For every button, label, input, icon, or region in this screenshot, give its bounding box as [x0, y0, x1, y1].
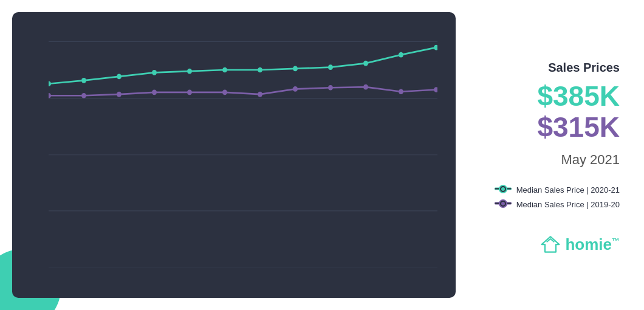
chart-area: $385 $315 400 300 200 100 0 Jun Jul Aug … — [49, 30, 437, 267]
dot-purple-7 — [293, 86, 298, 92]
svg-point-7 — [501, 187, 505, 191]
homie-tm: ™ — [612, 236, 620, 246]
dot-purple-4 — [187, 90, 192, 95]
homie-logo-icon — [540, 233, 561, 255]
chart-svg: $385 $315 400 300 200 100 0 Jun Jul Aug … — [49, 30, 437, 267]
legend-text-purple: Median Sales Price | 2019-20 — [516, 200, 620, 209]
teal-line — [49, 47, 436, 84]
dot-teal-0 — [49, 81, 51, 86]
right-panel: Sales Prices $385K $315K May 2021 Median… — [456, 0, 644, 310]
price-teal: $385K — [537, 81, 620, 112]
dot-teal-2 — [117, 74, 122, 80]
dot-purple-11 — [434, 87, 437, 92]
dot-teal-10 — [399, 52, 403, 58]
dot-purple-5 — [222, 90, 227, 95]
dot-teal-5 — [222, 67, 227, 73]
legend: Median Sales Price | 2020-21 Median Sale… — [495, 185, 620, 209]
dot-teal-1 — [81, 78, 86, 83]
legend-item-purple: Median Sales Price | 2019-20 — [495, 199, 620, 209]
legend-icon-purple — [495, 199, 512, 209]
homie-text: homie — [565, 235, 612, 253]
dot-purple-10 — [399, 89, 403, 94]
dot-purple-8 — [328, 85, 333, 91]
dot-purple-3 — [152, 90, 157, 95]
dot-purple-9 — [363, 84, 368, 90]
page-container: $385 $315 400 300 200 100 0 Jun Jul Aug … — [0, 0, 644, 310]
dot-teal-4 — [187, 69, 192, 74]
legend-icon-teal — [495, 185, 512, 195]
legend-item-teal: Median Sales Price | 2020-21 — [495, 185, 620, 195]
purple-line — [49, 87, 436, 95]
homie-wordmark: homie™ — [565, 235, 620, 254]
dot-purple-6 — [258, 92, 262, 97]
chart-title: Sales Prices — [548, 61, 620, 75]
dot-teal-7 — [293, 66, 298, 72]
chart-panel: $385 $315 400 300 200 100 0 Jun Jul Aug … — [12, 12, 456, 298]
legend-text-teal: Median Sales Price | 2020-21 — [516, 185, 620, 195]
dot-teal-9 — [363, 61, 368, 66]
dot-teal-3 — [152, 70, 157, 75]
svg-point-10 — [501, 202, 505, 205]
homie-logo: homie™ — [540, 233, 620, 255]
dot-teal-8 — [328, 64, 333, 70]
month-label: May 2021 — [561, 152, 620, 168]
dot-teal-11 — [434, 45, 437, 50]
dot-teal-6 — [258, 67, 262, 73]
price-purple: $315K — [537, 112, 620, 143]
dot-purple-0 — [49, 93, 51, 98]
dot-purple-1 — [81, 93, 86, 98]
dot-purple-2 — [117, 92, 122, 97]
